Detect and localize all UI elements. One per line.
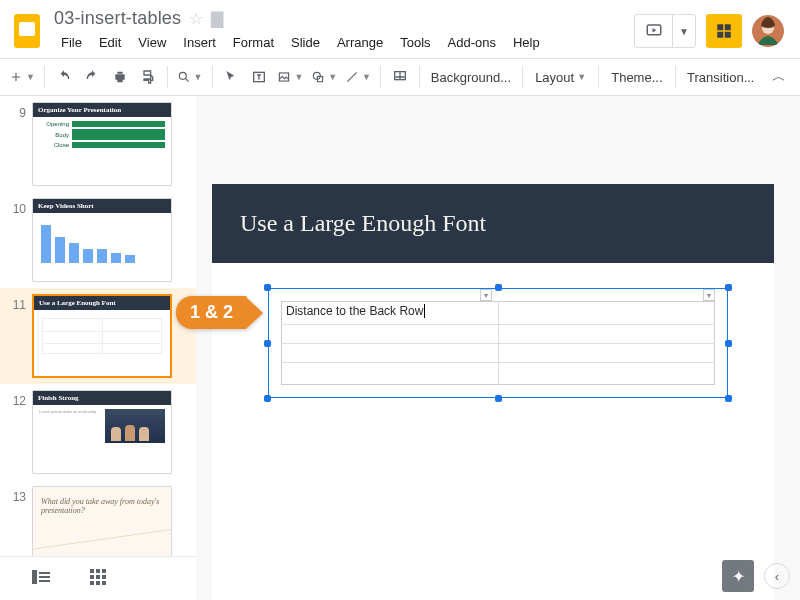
svg-rect-18	[96, 569, 100, 573]
explore-button[interactable]: ✦	[722, 560, 754, 592]
menu-arrange[interactable]: Arrange	[330, 31, 390, 54]
side-panel-toggle[interactable]: ‹	[764, 563, 790, 589]
slides-logo[interactable]	[6, 10, 48, 52]
filmstrip-view-bar	[0, 556, 196, 600]
svg-rect-16	[39, 580, 50, 582]
menu-bar: File Edit View Insert Format Slide Arran…	[54, 31, 634, 54]
filmstrip-view-button[interactable]	[32, 570, 50, 587]
titlebar: 03-insert-tables ☆ ▇ File Edit View Inse…	[0, 0, 800, 58]
svg-rect-23	[90, 581, 94, 585]
svg-rect-3	[717, 32, 723, 38]
theme-button[interactable]: Theme...	[605, 64, 668, 90]
shape-tool[interactable]: ▼	[308, 64, 340, 90]
svg-rect-13	[32, 570, 37, 584]
column-handle-icon[interactable]: ▾	[480, 289, 492, 301]
table-selection[interactable]: ▾ ▾ Distance to the Back Row	[268, 288, 728, 398]
menu-file[interactable]: File	[54, 31, 89, 54]
svg-rect-24	[96, 581, 100, 585]
grid-view-button[interactable]	[90, 569, 106, 588]
background-button[interactable]: Background...	[426, 64, 516, 90]
svg-rect-2	[725, 24, 731, 30]
present-caret[interactable]: ▼	[673, 26, 695, 37]
star-icon[interactable]: ☆	[189, 9, 203, 28]
svg-point-7	[179, 72, 186, 79]
layout-button[interactable]: Layout▼	[529, 64, 592, 90]
image-tool[interactable]: ▼	[274, 64, 306, 90]
filmstrip[interactable]: 9 Organize Your Presentation Opening Bod…	[0, 96, 196, 600]
zoom-button[interactable]: ▼	[174, 64, 206, 90]
svg-rect-22	[102, 575, 106, 579]
menu-help[interactable]: Help	[506, 31, 547, 54]
svg-rect-17	[90, 569, 94, 573]
paint-format-button[interactable]	[135, 64, 161, 90]
textbox-tool[interactable]	[246, 64, 272, 90]
menu-addons[interactable]: Add-ons	[441, 31, 503, 54]
svg-rect-25	[102, 581, 106, 585]
present-icon	[645, 22, 663, 40]
menu-format[interactable]: Format	[226, 31, 281, 54]
slide-title[interactable]: Use a Large Enough Font	[212, 184, 774, 263]
doc-title[interactable]: 03-insert-tables	[54, 8, 181, 29]
menu-edit[interactable]: Edit	[92, 31, 128, 54]
menu-insert[interactable]: Insert	[176, 31, 223, 54]
account-avatar[interactable]	[752, 15, 784, 47]
svg-rect-4	[725, 32, 731, 38]
share-icon	[715, 22, 733, 40]
slide-thumb-10[interactable]: 10 Keep Videos Short	[0, 192, 196, 288]
column-handle-icon[interactable]: ▾	[703, 289, 715, 301]
folder-icon[interactable]: ▇	[211, 9, 223, 28]
slide-thumb-12[interactable]: 12 Finish Strong Lorem ipsum dolor sit a…	[0, 384, 196, 480]
menu-slide[interactable]: Slide	[284, 31, 327, 54]
table-cell-edit[interactable]: Distance to the Back Row	[286, 304, 425, 318]
svg-rect-21	[96, 575, 100, 579]
svg-rect-15	[39, 576, 50, 578]
comment-button[interactable]	[387, 64, 413, 90]
menu-tools[interactable]: Tools	[393, 31, 437, 54]
print-button[interactable]	[107, 64, 133, 90]
slide-thumb-11[interactable]: 11 Use a Large Enough Font	[0, 288, 196, 384]
svg-rect-9	[280, 73, 289, 81]
title-actions: ▼	[634, 14, 790, 48]
svg-rect-1	[717, 24, 723, 30]
select-tool[interactable]	[218, 64, 244, 90]
present-button[interactable]	[635, 15, 673, 47]
redo-button[interactable]	[79, 64, 105, 90]
line-tool[interactable]: ▼	[342, 64, 374, 90]
bottom-right-controls: ✦ ‹	[722, 560, 790, 592]
undo-button[interactable]	[51, 64, 77, 90]
step-callout: 1 & 2	[176, 296, 263, 329]
svg-rect-19	[102, 569, 106, 573]
title-area: 03-insert-tables ☆ ▇ File Edit View Inse…	[48, 8, 634, 54]
svg-rect-20	[90, 575, 94, 579]
collapse-toolbar-button[interactable]: ︿	[764, 64, 794, 90]
svg-rect-14	[39, 572, 50, 574]
callout-label: 1 & 2	[176, 296, 247, 329]
menu-view[interactable]: View	[131, 31, 173, 54]
slide-thumb-9[interactable]: 9 Organize Your Presentation Opening Bod…	[0, 96, 196, 192]
new-slide-button[interactable]: ▼	[6, 64, 38, 90]
transition-button[interactable]: Transition...	[682, 64, 760, 90]
toolbar: ▼ ▼ ▼ ▼ ▼ Background... Layout▼ Theme...…	[0, 58, 800, 96]
present-split-button: ▼	[634, 14, 696, 48]
share-button[interactable]	[706, 14, 742, 48]
